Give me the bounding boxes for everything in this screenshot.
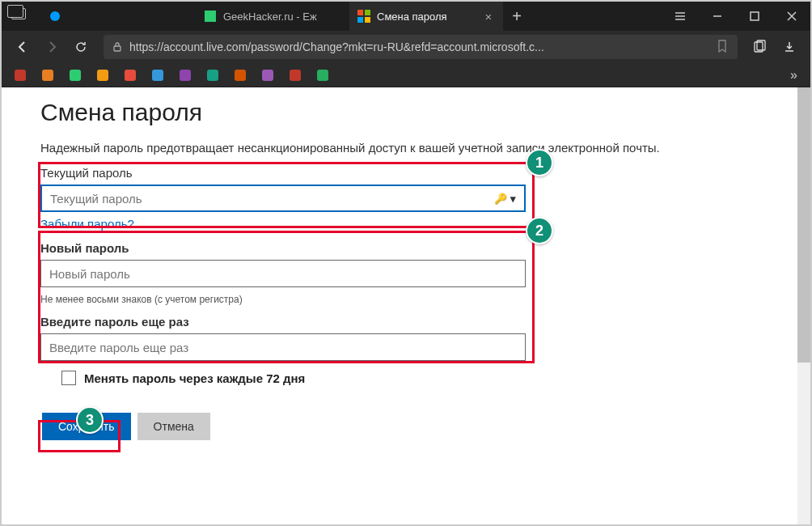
collections-icon[interactable] xyxy=(747,34,773,60)
new-password-input[interactable]: Новый пароль xyxy=(40,260,526,287)
annotation-badge-2: 2 xyxy=(526,217,553,244)
browser-tab[interactable]: GeekHacker.ru - Еж xyxy=(196,2,349,31)
placeholder-text: Текущий пароль xyxy=(50,192,494,206)
window-controls xyxy=(662,2,810,31)
titlebar: GeekHacker.ru - Еж Смена пароля × + xyxy=(2,2,810,31)
placeholder-text: Новый пароль xyxy=(49,267,517,281)
address-bar[interactable]: https://account.live.com/password/Change… xyxy=(104,35,738,59)
downloads-icon[interactable] xyxy=(776,34,802,60)
lock-icon xyxy=(112,41,123,53)
browser-window: GeekHacker.ru - Еж Смена пароля × + http… xyxy=(2,2,810,524)
url-text: https://account.live.com/password/Change… xyxy=(129,40,717,53)
toolbar: https://account.live.com/password/Change… xyxy=(2,31,810,63)
placeholder-text: Введите пароль еще раз xyxy=(49,341,517,354)
page-content: Смена пароля Надежный пароль предотвраща… xyxy=(2,87,810,524)
tab-label: Смена пароля xyxy=(377,11,482,23)
bookmarks-bar: » xyxy=(2,63,810,87)
current-password-label: Текущий пароль xyxy=(40,166,772,180)
bookmark-item[interactable] xyxy=(207,70,218,81)
svg-rect-1 xyxy=(357,10,363,15)
svg-rect-2 xyxy=(365,10,370,15)
bookmarks-overflow-icon[interactable]: » xyxy=(790,68,797,83)
confirm-password-input[interactable]: Введите пароль еще раз xyxy=(40,333,526,361)
favicon-icon xyxy=(50,11,60,21)
current-password-input[interactable]: Текущий пароль 🔑 ▾ xyxy=(40,185,526,212)
bookmark-item[interactable] xyxy=(15,70,26,81)
minimize-icon[interactable] xyxy=(699,2,736,31)
svg-rect-0 xyxy=(205,11,216,22)
svg-rect-4 xyxy=(365,17,370,23)
bookmark-item[interactable] xyxy=(97,70,108,81)
tab-label: GeekHacker.ru - Еж xyxy=(223,11,341,23)
microsoft-icon xyxy=(357,10,370,23)
bookmark-item[interactable] xyxy=(125,70,136,81)
bookmark-item[interactable] xyxy=(152,70,163,81)
browser-tab[interactable] xyxy=(42,2,196,31)
bookmark-item[interactable] xyxy=(290,70,301,81)
browser-tab-active[interactable]: Смена пароля × xyxy=(349,2,503,31)
back-button[interactable] xyxy=(10,34,36,60)
password-hint: Не менее восьми знаков (с учетом регистр… xyxy=(40,294,772,305)
favicon-icon xyxy=(204,10,217,23)
bookmark-item[interactable] xyxy=(180,70,191,81)
page-title: Смена пароля xyxy=(40,99,772,126)
tabstrip: GeekHacker.ru - Еж Смена пароля × + xyxy=(2,2,662,31)
reload-button[interactable] xyxy=(68,34,94,60)
close-icon[interactable] xyxy=(773,2,810,31)
key-icon[interactable]: 🔑 ▾ xyxy=(494,193,516,205)
menu-icon[interactable] xyxy=(662,2,699,31)
new-tab-button[interactable]: + xyxy=(503,2,531,31)
bookmark-item[interactable] xyxy=(262,70,273,81)
new-password-label: Новый пароль xyxy=(40,241,772,255)
svg-rect-5 xyxy=(751,12,759,20)
tabs-overview-icon[interactable] xyxy=(11,8,26,19)
bookmark-item[interactable] xyxy=(42,70,53,81)
bookmark-item[interactable] xyxy=(70,70,81,81)
annotation-badge-3: 3 xyxy=(76,406,104,434)
confirm-password-label: Введите пароль еще раз xyxy=(40,315,772,329)
close-tab-icon[interactable]: × xyxy=(482,10,495,23)
svg-rect-6 xyxy=(114,46,121,51)
forgot-password-link[interactable]: Забыли пароль? xyxy=(40,217,134,231)
svg-rect-3 xyxy=(357,17,363,23)
bookmark-item[interactable] xyxy=(235,70,246,81)
cancel-button[interactable]: Отмена xyxy=(137,413,210,440)
rotate-password-checkbox[interactable] xyxy=(61,371,76,385)
rotate-password-label: Менять пароль через каждые 72 дня xyxy=(84,371,305,385)
forward-button xyxy=(39,34,65,60)
bookmark-icon[interactable] xyxy=(717,40,730,55)
maximize-icon[interactable] xyxy=(736,2,773,31)
scrollbar-thumb[interactable] xyxy=(797,87,810,363)
annotation-badge-1: 1 xyxy=(526,149,553,176)
page-description: Надежный пароль предотвращает несанкцион… xyxy=(40,141,772,155)
scrollbar[interactable] xyxy=(797,87,810,524)
bookmark-item[interactable] xyxy=(317,70,328,81)
